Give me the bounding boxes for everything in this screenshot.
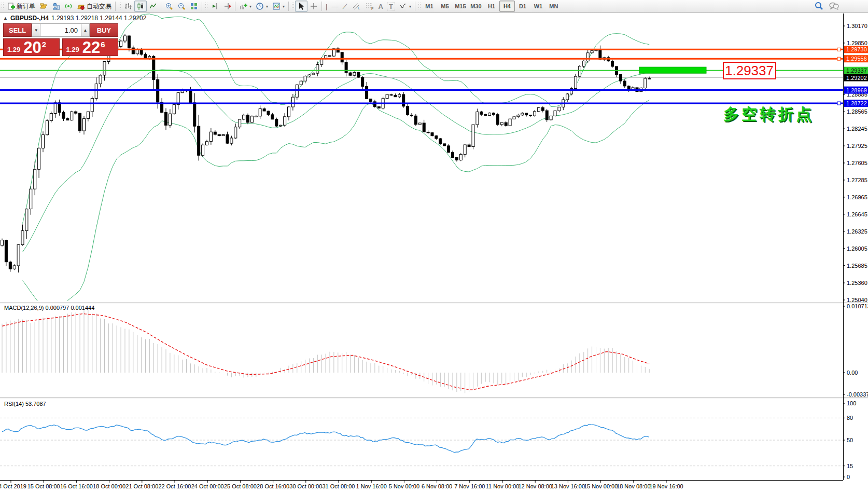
chart-canvas[interactable]: 1.29337 多空转折点 多空转折点 1.301701.298501.2888… (0, 0, 868, 492)
crosshair-button[interactable] (307, 1, 320, 12)
tile-windows-icon (190, 2, 198, 10)
timeframe-M30[interactable]: M30 (468, 1, 484, 12)
timeframe-MN[interactable]: MN (546, 1, 562, 12)
auto-scroll-icon (211, 2, 219, 10)
buy-quote-box[interactable]: 1.29 22 6 (62, 38, 119, 56)
sell-price-big: 20 (23, 40, 41, 56)
svg-text:1.28722: 1.28722 (846, 100, 867, 106)
timeframe-H4[interactable]: H4 (499, 1, 515, 12)
zoom-out-button[interactable] (175, 1, 188, 12)
svg-text:100: 100 (847, 400, 856, 406)
svg-text:1.25685: 1.25685 (847, 263, 867, 269)
svg-text:1.28565: 1.28565 (847, 108, 867, 115)
tile-windows-button[interactable] (188, 1, 200, 12)
zoom-in-button[interactable] (163, 1, 175, 12)
timeframe-M15[interactable]: M15 (453, 1, 468, 12)
arrows-button[interactable]: ▾ (397, 1, 413, 12)
auto-scroll-button[interactable] (208, 1, 221, 12)
price-axis-badges: 1.297301.295561.293371.292021.289691.287… (844, 46, 868, 107)
fibonacci-button[interactable]: F (363, 1, 376, 12)
new-order-button[interactable]: 新订单 (5, 1, 37, 12)
chart-note-text[interactable]: 多空转折点 多空转折点 (723, 105, 815, 124)
svg-text:1.29850: 1.29850 (847, 40, 867, 46)
time-axis-label: 28 Oct 16:00 (257, 483, 289, 489)
time-axis-label: 19 Nov 16:00 (649, 483, 683, 489)
volume-increase-button[interactable]: ▲ (81, 23, 90, 37)
highlight-rectangle-object[interactable] (639, 67, 706, 73)
time-axis-label: 14 Oct 2019 (0, 483, 26, 489)
pane-borders (0, 13, 868, 481)
search-icon[interactable] (814, 1, 823, 12)
trendline-button[interactable]: ⟋ (340, 1, 349, 12)
time-axis-label: 5 Nov 00:00 (389, 483, 419, 489)
horizontal-line-button[interactable]: — (329, 1, 340, 12)
timeframe-M5[interactable]: M5 (437, 1, 453, 12)
new-order-label: 新订单 (17, 2, 35, 11)
svg-text:多空转折点: 多空转折点 (723, 105, 814, 122)
svg-text:1.28969: 1.28969 (846, 87, 867, 93)
svg-text:1.27605: 1.27605 (847, 160, 867, 166)
line-chart-icon (149, 2, 157, 10)
candle-chart-mode-button[interactable] (134, 1, 147, 12)
volume-input[interactable] (40, 23, 81, 37)
line-handle[interactable] (837, 48, 841, 51)
line-handle[interactable] (837, 102, 841, 105)
line-chart-mode-button[interactable] (147, 1, 159, 12)
equidistant-channel-icon: E (352, 2, 361, 10)
one-click-trading-panel: SELL ▼ ▲ BUY 1.29 20 2 1.29 22 6 (3, 23, 118, 56)
signals-icon (64, 2, 73, 10)
svg-text:1.29202: 1.29202 (846, 75, 867, 81)
price-axis[interactable]: 1.301701.298501.288851.285651.282451.279… (843, 23, 867, 303)
buy-button[interactable]: BUY (90, 23, 118, 37)
timeframe-M1[interactable]: M1 (422, 1, 437, 12)
time-axis-label: 7 Nov 16:00 (454, 483, 485, 489)
collapse-panel-icon[interactable]: ▲ (3, 16, 8, 21)
svg-text:1.29337: 1.29337 (725, 63, 774, 78)
trendline-icon: ⟋ (342, 3, 347, 10)
price-callout-label[interactable]: 1.29337 (723, 62, 776, 79)
toolbar-grip (1, 2, 4, 10)
periods-button[interactable]: ▾ (254, 1, 270, 12)
profiles-button[interactable] (37, 1, 50, 12)
indicators-button[interactable]: ▾ (237, 1, 254, 12)
bar-chart-mode-button[interactable] (122, 1, 134, 12)
line-handle[interactable] (837, 57, 841, 60)
time-axis-label: 15 Nov 00:00 (584, 483, 618, 489)
templates-button[interactable]: ▾ (270, 1, 287, 12)
chat-icon[interactable] (829, 1, 839, 12)
svg-text:1.26325: 1.26325 (847, 228, 867, 235)
vertical-line-icon: | (326, 3, 327, 10)
chart-shift-button[interactable] (221, 1, 233, 12)
cursor-button[interactable] (295, 1, 307, 12)
text-button[interactable]: A (376, 1, 385, 12)
vertical-line-button[interactable]: | (324, 1, 329, 12)
time-axis-label: 21 Oct 08:00 (125, 483, 158, 489)
text-label-icon: T (387, 3, 395, 10)
new-order-icon (7, 2, 15, 10)
volume-decrease-button[interactable]: ▼ (32, 23, 40, 37)
svg-text:-0.003373: -0.003373 (847, 391, 868, 398)
autotrading-button[interactable]: 自动交易 (75, 1, 114, 12)
time-axis-label: 25 Oct 08:00 (224, 483, 257, 489)
indicators-caret-icon: ▾ (249, 4, 251, 9)
svg-text:80: 80 (847, 415, 853, 421)
text-label-button[interactable]: T (385, 1, 397, 12)
svg-text:1.26645: 1.26645 (847, 211, 867, 217)
timeframe-D1[interactable]: D1 (515, 1, 530, 12)
profiles-icon (39, 2, 48, 10)
autotrading-label: 自动交易 (87, 2, 111, 11)
sell-quote-box[interactable]: 1.29 20 2 (3, 38, 60, 56)
rsi-label: RSI(14) 53.7087 (4, 401, 46, 407)
signals-button[interactable] (62, 1, 75, 12)
market-watch-button[interactable] (50, 1, 62, 12)
channel-button[interactable]: E (349, 1, 363, 12)
svg-text:0.00: 0.00 (847, 370, 858, 376)
svg-text:1.26965: 1.26965 (847, 194, 867, 200)
sell-button[interactable]: SELL (3, 23, 32, 37)
time-axis[interactable]: 14 Oct 201915 Oct 08:0016 Oct 16:0018 Oc… (0, 480, 683, 489)
cursor-icon (297, 2, 305, 10)
time-axis-label: 16 Oct 16:00 (60, 483, 93, 489)
timeframe-W1[interactable]: W1 (530, 1, 546, 12)
timeframe-H1[interactable]: H1 (484, 1, 499, 12)
svg-text:1.28245: 1.28245 (847, 126, 867, 132)
